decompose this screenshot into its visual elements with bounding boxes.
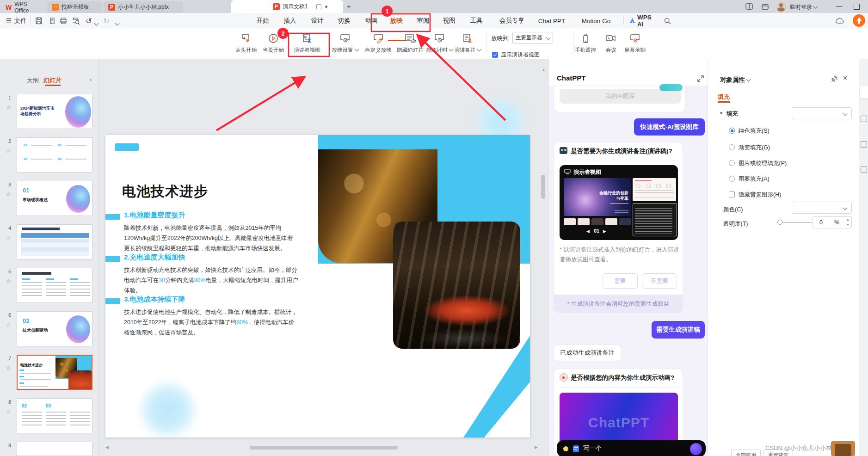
maximize-button[interactable] [854, 4, 860, 10]
need-button[interactable]: 需要 [603, 273, 638, 289]
horizontal-scroll-left-icon[interactable]: ◀ [105, 445, 109, 450]
pager-prev-icon[interactable]: ◀ [586, 229, 590, 234]
menu-motion-go[interactable]: Motion Go [579, 13, 613, 29]
menu-animation[interactable]: 动画 [362, 13, 381, 29]
ribbon-custom-show[interactable]: 自定义放映 [363, 31, 393, 56]
search-icon[interactable] [664, 18, 671, 25]
star-icon[interactable]: ☆ [0, 191, 11, 197]
display-select[interactable]: 主要显示器 [512, 32, 553, 43]
wps-home-tab[interactable]: W WPS Office [1, 1, 45, 13]
radio-gradient-fill[interactable] [729, 144, 735, 150]
tab-fill[interactable]: 填充 [718, 93, 730, 101]
tab-docer-template[interactable]: ◠ 找稻壳模板 [47, 1, 102, 13]
close-panel-icon[interactable]: × [843, 74, 847, 82]
star-icon[interactable]: ☆ [0, 148, 11, 154]
tab-split-icon[interactable] [316, 4, 321, 9]
menu-slideshow[interactable]: 放映 [387, 13, 406, 29]
horizontal-scrollbar[interactable] [250, 446, 398, 450]
undo-dropdown-icon[interactable] [93, 19, 98, 28]
horizontal-scroll-right-icon[interactable]: ▶ [535, 445, 538, 450]
slide-thumbnail-9[interactable] [17, 442, 92, 456]
print-icon[interactable] [60, 17, 67, 25]
vertical-scroll-up-icon[interactable]: ▲ [542, 68, 546, 72]
slide-thumbnail-2[interactable]: 01 02 03 04 [17, 137, 92, 173]
radio-solid-fill[interactable] [729, 128, 735, 134]
new-tab-button[interactable]: + [347, 2, 351, 10]
generate-speech-button[interactable]: 需要生成演讲稿 [652, 321, 705, 339]
workspace-icon[interactable] [745, 3, 753, 10]
undo-icon[interactable]: ↺ [85, 17, 93, 25]
menu-wps-ai[interactable]: WPS AI [637, 13, 659, 29]
section3-heading[interactable]: 3.电池成本持续下降 [124, 295, 185, 304]
ribbon-meeting[interactable]: 会议 [600, 31, 622, 56]
quickbar-more-icon[interactable] [114, 19, 119, 28]
opacity-slider-handle[interactable] [777, 220, 782, 225]
ai-assistant-avatar[interactable] [690, 443, 702, 455]
ribbon-hide-slide[interactable]: 隐藏幻灯片 [395, 31, 425, 56]
ribbon-speaker-notes[interactable]: 演讲备注 [453, 31, 482, 56]
ribbon-phone-remote[interactable]: 手机遥控 [573, 31, 598, 56]
login-status[interactable]: 临时登录 [790, 3, 817, 11]
slide-thumbnail-6[interactable]: 02 技术创新驱动 [17, 311, 92, 346]
fill-type-dropdown[interactable] [792, 107, 852, 119]
collapse-panel-icon[interactable] [697, 75, 704, 82]
ribbon-rehearse-timing[interactable]: 排练计时 [425, 31, 454, 56]
slide-thumbnail-8[interactable]: 02 03 [17, 398, 92, 433]
slide-thumbnail-7-selected[interactable]: 电池技术进步 [17, 355, 92, 390]
ribbon-show-settings[interactable]: 放映设置 [331, 31, 359, 56]
menu-tools[interactable]: 工具 [467, 13, 486, 29]
panel-icon[interactable] [861, 141, 867, 148]
star-icon[interactable]: ☆ [0, 104, 11, 111]
color-dropdown[interactable] [792, 202, 852, 214]
slide-editor[interactable]: 电池技术进步 1.电池能量密度提升 随着技术创新，电池能量密度逐年提高，例如从2… [105, 135, 530, 438]
checkbox-hide-background[interactable] [729, 191, 735, 197]
tab-outline[interactable]: 大纲 [27, 76, 39, 85]
menu-transition[interactable]: 切换 [335, 13, 353, 29]
section2-heading[interactable]: 2.充电速度大幅加快 [124, 253, 185, 262]
presenter-view-preview[interactable]: 演示者视图 金融行业的创新 与变革 [560, 165, 678, 240]
ribbon-play-from-start[interactable]: 从头开始 [234, 31, 258, 56]
menu-design[interactable]: 设计 [308, 13, 326, 29]
ribbon-screen-record[interactable]: 屏幕录制 [622, 31, 648, 56]
panel-icon[interactable] [861, 116, 867, 122]
avatar[interactable] [776, 1, 786, 12]
star-icon[interactable]: ☆ [0, 321, 11, 328]
slide-thumbnail-1[interactable]: 2024新能源汽车市场趋势分析 [17, 94, 92, 129]
chatppt-input-bar[interactable]: 写一个 [557, 440, 706, 456]
menu-chatppt[interactable]: Chat PPT [536, 13, 567, 29]
upgrade-button[interactable] [853, 14, 865, 27]
section1-heading[interactable]: 1.电池能量密度提升 [124, 211, 185, 220]
tab-document-pptx[interactable]: P 小小鱼儿小小林.pptx [104, 1, 183, 13]
ribbon-play-current[interactable]: 当页开始 [261, 31, 285, 56]
slide-title[interactable]: 电池技术进步 [122, 182, 208, 201]
app-box-icon[interactable] [762, 3, 769, 10]
opacity-input[interactable]: 0 % ▲ ▼ [813, 216, 852, 228]
opacity-slider-track[interactable] [778, 222, 812, 223]
quick-mode-button[interactable]: 快速模式·AI预设图库 [634, 118, 705, 136]
tab-document-active[interactable]: P 演示文稿1 [231, 0, 343, 13]
print-preview-icon[interactable] [72, 17, 80, 25]
save-icon[interactable] [35, 17, 43, 25]
redo-icon[interactable]: ↻ [102, 17, 111, 25]
menu-file[interactable]: 文件 [12, 13, 29, 29]
pager-next-icon[interactable]: ▶ [603, 229, 606, 234]
spin-up-icon[interactable]: ▲ [846, 218, 850, 221]
apply-all-button[interactable]: 全部应用 [731, 450, 761, 456]
cloud-sync-icon[interactable] [835, 17, 845, 24]
menu-view[interactable]: 视图 [440, 13, 458, 29]
menu-home[interactable]: 开始 [253, 13, 272, 29]
star-icon[interactable]: ☆ [0, 408, 11, 415]
no-need-button[interactable]: 不需要 [642, 273, 677, 289]
section2-body[interactable]: 技术创新驱动充电技术的突破，如快充技术的广泛应用。如今，部分 电动汽车可在30分… [124, 265, 298, 296]
show-presenter-view-checkbox[interactable]: 显示演讲者视图 [492, 51, 540, 59]
radio-pattern-fill[interactable] [729, 176, 735, 182]
menu-review[interactable]: 审阅 [414, 13, 432, 29]
panel-icon[interactable] [861, 166, 867, 173]
star-icon[interactable]: ☆ [0, 365, 11, 371]
tab-slides[interactable]: 幻灯片 [43, 76, 62, 85]
slide-thumbnail-4[interactable] [17, 224, 92, 259]
star-icon[interactable]: ☆ [0, 234, 11, 241]
minimize-button[interactable]: — [836, 3, 842, 10]
slide-thumbnail-3[interactable]: 01 市场现状概述 [17, 181, 92, 216]
active-panel-tab-icon[interactable] [860, 86, 868, 99]
